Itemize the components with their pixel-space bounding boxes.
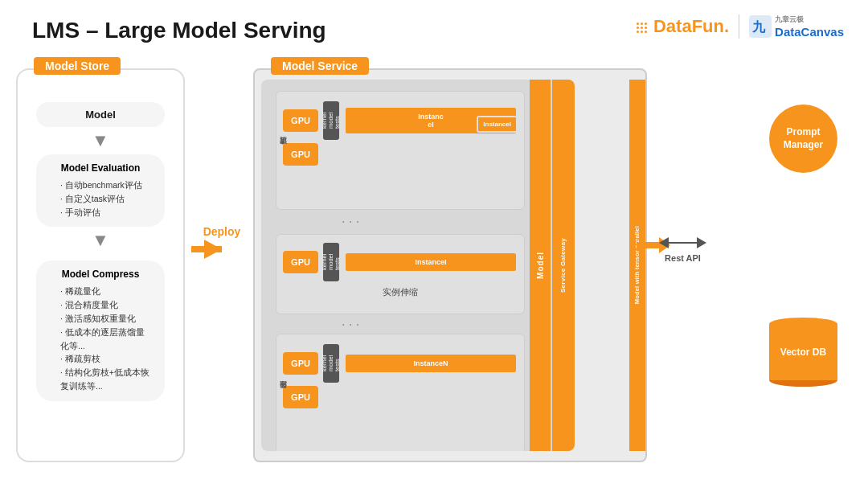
cylinder-label: Vector DB	[780, 347, 826, 358]
dots-separator: · · ·	[342, 215, 359, 229]
instance-box-mid: InstanceI	[344, 252, 518, 273]
compress-item-3: · 激活感知权重量化	[60, 312, 152, 326]
vector-db: Vector DB	[769, 318, 837, 387]
evaluation-title: Model Evaluation	[49, 162, 152, 174]
page-title: LMS – Large Model Serving	[32, 18, 326, 43]
logo-area: DataFun. 九 九章云极 DataCanvas	[637, 14, 844, 39]
rest-api-wrapper: Rest API	[659, 237, 706, 263]
deploy-arrow: Deploy	[191, 225, 252, 259]
bidir-shaft	[669, 242, 697, 244]
dots-separator-2: · · ·	[342, 318, 359, 332]
diagram-area: Model Store Model ▼ Model Evaluation · 自…	[16, 52, 852, 472]
evaluation-list: · 自动benchmark评估 · 自定义task评估 · 手动评估	[49, 178, 152, 219]
compress-title: Model Compress	[49, 269, 152, 280]
tensor-parallel-bar: Model with tensor parallel	[629, 80, 645, 451]
arrow-down-1: ▼	[92, 130, 109, 151]
compress-item-6: · 结构化剪枝+低成本恢复训练等...	[60, 366, 152, 393]
instance-label-1: InstanceI	[477, 116, 518, 133]
datacanvas-text: 九章云极 DataCanvas	[775, 14, 844, 39]
compress-item-2: · 混合精度量化	[60, 298, 152, 312]
gpu-row-mid-1: GPU kernel model tests InstanceI	[283, 243, 518, 281]
gpu-group-top: GPU kernel model tests InstanceI 请求调度 GP…	[276, 91, 525, 210]
arrow-shaft-right	[637, 242, 659, 248]
gpu-group-mid: GPU kernel model tests InstanceI 实例伸缩	[276, 234, 525, 314]
model-store-label: Model Store	[34, 57, 121, 75]
bidir-arrow	[659, 237, 706, 248]
instance-scale-label: 实例伸缩	[276, 285, 524, 300]
gpu-group-bot: 服务治理 GPU kernel model tests InstanceN GP…	[276, 334, 525, 451]
datafun-logo: DataFun.	[637, 16, 729, 37]
vector-db-cylinder: Vector DB	[769, 318, 837, 387]
kernel-box-1: kernel model tests	[323, 101, 339, 140]
model-compress-block: Model Compress · 稀疏量化 · 混合精度量化 · 激活感知权重量…	[36, 260, 165, 400]
eval-item-1: · 自动benchmark评估	[60, 178, 152, 192]
model-service-box: Model Service GPU kernel model tests Ins…	[253, 68, 647, 462]
datafun-dotgrid	[637, 23, 647, 33]
rest-api-label: Rest API	[665, 253, 701, 263]
bidir-right	[697, 237, 706, 248]
cylinder-body: Vector DB	[769, 324, 837, 380]
kernel-box-mid: kernel model tests	[323, 243, 339, 281]
service-inner: GPU kernel model tests InstanceI 请求调度 GP…	[261, 80, 575, 451]
scale-label: 服务治理	[278, 342, 289, 445]
kernel-box-bot-1: kernel model tests	[323, 344, 339, 383]
service-gateway-bar: Service Gateway	[552, 80, 575, 451]
model-block: Model	[36, 102, 165, 127]
model-bar: Model	[530, 80, 551, 451]
eval-item-3: · 手动评估	[60, 206, 152, 219]
service-gateway-label: Service Gateway	[559, 238, 567, 293]
arrow-head	[204, 240, 252, 259]
model-store-box: Model Store Model ▼ Model Evaluation · 自…	[16, 68, 185, 462]
deploy-arrow-shape	[191, 240, 252, 259]
model-evaluation-block: Model Evaluation · 自动benchmark评估 · 自定义ta…	[36, 154, 165, 227]
instance-box-bot-1: InstanceN	[344, 353, 518, 374]
prompt-manager: Prompt Manager	[769, 105, 837, 173]
datacanvas-logo: 九 九章云极 DataCanvas	[749, 14, 844, 39]
gpu-row-bot-1: GPU kernel model tests InstanceN	[283, 344, 518, 383]
prompt-manager-circle: Prompt Manager	[769, 105, 837, 173]
dispatch-label: 请求调度	[278, 100, 289, 201]
compress-item-5: · 稀疏剪枝	[60, 352, 152, 366]
compress-list: · 稀疏量化 · 混合精度量化 · 激活感知权重量化 · 低成本的逐层蒸馏量化等…	[49, 285, 152, 392]
compress-item-4: · 低成本的逐层蒸馏量化等...	[60, 326, 152, 353]
bidir-left	[659, 237, 669, 248]
prompt-manager-text: Prompt Manager	[769, 126, 837, 151]
gpu-row-2: GPU	[283, 143, 518, 166]
model-bar-label: Model	[536, 252, 545, 279]
logo-divider	[739, 14, 739, 39]
datacanvas-icon: 九	[749, 15, 772, 38]
gpu-row-bot-2: GPU	[283, 386, 518, 408]
model-service-label: Model Service	[271, 57, 369, 75]
model-store-content: Model ▼ Model Evaluation · 自动benchmark评估…	[18, 70, 183, 417]
compress-item-1: · 稀疏量化	[60, 285, 152, 298]
eval-item-2: · 自定义task评估	[60, 192, 152, 206]
gpu-box-mid: GPU	[283, 251, 318, 273]
svg-text:九: 九	[751, 20, 766, 34]
deploy-label: Deploy	[203, 225, 241, 238]
arrow-down-2: ▼	[92, 230, 109, 251]
